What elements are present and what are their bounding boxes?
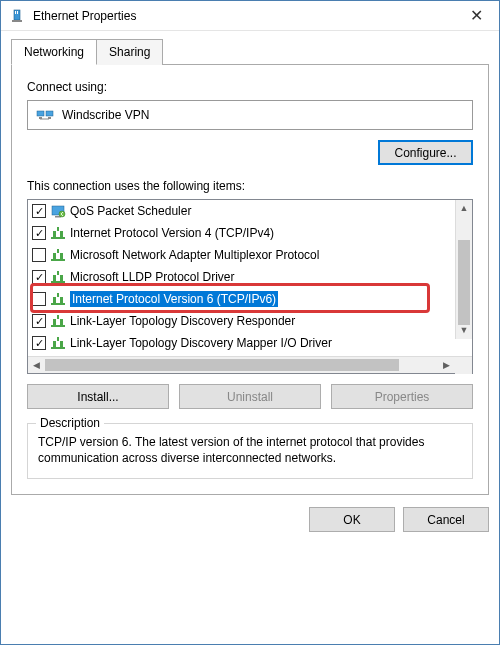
window-title: Ethernet Properties	[33, 9, 461, 23]
items-label: This connection uses the following items…	[27, 179, 473, 193]
vertical-scroll-thumb[interactable]	[458, 240, 470, 325]
svg-rect-4	[37, 111, 44, 116]
svg-rect-19	[57, 249, 59, 253]
svg-point-11	[59, 211, 65, 217]
scroll-up-arrow-icon[interactable]: ▲	[456, 200, 472, 217]
checkbox[interactable]: ✓	[32, 204, 46, 218]
configure-button[interactable]: Configure...	[378, 140, 473, 165]
network-protocol-icon	[50, 335, 66, 351]
components-listbox: ✓QoS Packet Scheduler✓Internet Protocol …	[27, 199, 473, 374]
svg-rect-30	[60, 319, 63, 325]
svg-rect-28	[51, 325, 65, 327]
list-item[interactable]: Internet Protocol Version 6 (TCP/IPv6)	[28, 288, 472, 310]
svg-rect-26	[60, 297, 63, 303]
checkbox[interactable]: ✓	[32, 270, 46, 284]
svg-rect-13	[53, 231, 56, 237]
svg-rect-15	[57, 227, 59, 231]
svg-rect-3	[12, 20, 22, 22]
tab-strip: Networking Sharing	[11, 39, 489, 65]
svg-rect-32	[51, 347, 65, 349]
scroll-corner	[455, 357, 472, 374]
svg-rect-14	[60, 231, 63, 237]
ethernet-icon	[9, 8, 25, 24]
dialog-content: Networking Sharing Connect using: Windsc…	[1, 31, 499, 495]
svg-rect-31	[57, 315, 59, 319]
svg-rect-33	[53, 341, 56, 347]
network-protocol-icon	[50, 247, 66, 263]
network-protocol-icon	[50, 269, 66, 285]
network-protocol-icon	[50, 313, 66, 329]
connect-using-label: Connect using:	[27, 80, 473, 94]
listbox-viewport[interactable]: ✓QoS Packet Scheduler✓Internet Protocol …	[28, 200, 472, 356]
svg-rect-2	[17, 11, 18, 14]
svg-rect-25	[53, 297, 56, 303]
checkbox[interactable]	[32, 292, 46, 306]
checkbox[interactable]: ✓	[32, 226, 46, 240]
list-item-label: Link-Layer Topology Discovery Mapper I/O…	[70, 336, 332, 350]
horizontal-scroll-thumb[interactable]	[45, 359, 399, 371]
svg-rect-22	[60, 275, 63, 281]
tab-networking[interactable]: Networking	[11, 39, 97, 65]
app-icon	[50, 203, 66, 219]
svg-rect-20	[51, 281, 65, 283]
uninstall-button[interactable]: Uninstall	[179, 384, 321, 409]
list-item[interactable]: ✓Microsoft LLDP Protocol Driver	[28, 266, 472, 288]
network-protocol-icon	[50, 291, 66, 307]
scroll-left-arrow-icon[interactable]: ◀	[28, 360, 45, 370]
adapter-name: Windscribe VPN	[62, 108, 149, 122]
horizontal-scrollbar[interactable]: ◀ ▶	[28, 356, 472, 373]
list-item-label: QoS Packet Scheduler	[70, 204, 191, 218]
list-item[interactable]: ✓Link-Layer Topology Discovery Responder	[28, 310, 472, 332]
list-item-label: Microsoft LLDP Protocol Driver	[70, 270, 235, 284]
svg-rect-24	[51, 303, 65, 305]
svg-rect-27	[57, 293, 59, 297]
checkbox[interactable]: ✓	[32, 336, 46, 350]
svg-rect-5	[46, 111, 53, 116]
checkbox[interactable]: ✓	[32, 314, 46, 328]
svg-rect-1	[15, 11, 16, 14]
list-item[interactable]: ✓Link-Layer Topology Discovery Mapper I/…	[28, 332, 472, 354]
titlebar: Ethernet Properties ✕	[1, 1, 499, 31]
install-button[interactable]: Install...	[27, 384, 169, 409]
ok-button[interactable]: OK	[309, 507, 395, 532]
close-icon[interactable]: ✕	[461, 6, 491, 25]
vertical-scrollbar[interactable]: ▲ ▼	[455, 200, 472, 339]
list-item-label: Internet Protocol Version 4 (TCP/IPv4)	[70, 226, 274, 240]
network-protocol-icon	[50, 225, 66, 241]
svg-rect-35	[57, 337, 59, 341]
adapter-field: Windscribe VPN	[27, 100, 473, 130]
list-item-label: Internet Protocol Version 6 (TCP/IPv6)	[70, 291, 278, 307]
svg-rect-12	[51, 237, 65, 239]
description-legend: Description	[36, 416, 104, 430]
tab-sharing[interactable]: Sharing	[96, 39, 163, 65]
scroll-down-arrow-icon[interactable]: ▼	[456, 322, 472, 339]
svg-rect-18	[60, 253, 63, 259]
svg-rect-29	[53, 319, 56, 325]
network-adapter-icon	[36, 108, 54, 122]
cancel-button[interactable]: Cancel	[403, 507, 489, 532]
svg-rect-23	[57, 271, 59, 275]
scroll-right-arrow-icon[interactable]: ▶	[438, 360, 455, 370]
list-item[interactable]: ✓QoS Packet Scheduler	[28, 200, 472, 222]
svg-rect-21	[53, 275, 56, 281]
checkbox[interactable]	[32, 248, 46, 262]
networking-panel: Connect using: Windscribe VPN Configure.…	[11, 64, 489, 495]
description-text: TCP/IP version 6. The latest version of …	[38, 434, 462, 466]
list-item[interactable]: ✓Internet Protocol Version 4 (TCP/IPv4)	[28, 222, 472, 244]
svg-rect-17	[53, 253, 56, 259]
list-item[interactable]: Microsoft Network Adapter Multiplexor Pr…	[28, 244, 472, 266]
description-groupbox: Description TCP/IP version 6. The latest…	[27, 423, 473, 479]
list-item-label: Microsoft Network Adapter Multiplexor Pr…	[70, 248, 319, 262]
dialog-button-row: OK Cancel	[1, 495, 499, 544]
properties-button[interactable]: Properties	[331, 384, 473, 409]
list-item-label: Link-Layer Topology Discovery Responder	[70, 314, 295, 328]
svg-rect-16	[51, 259, 65, 261]
svg-rect-34	[60, 341, 63, 347]
